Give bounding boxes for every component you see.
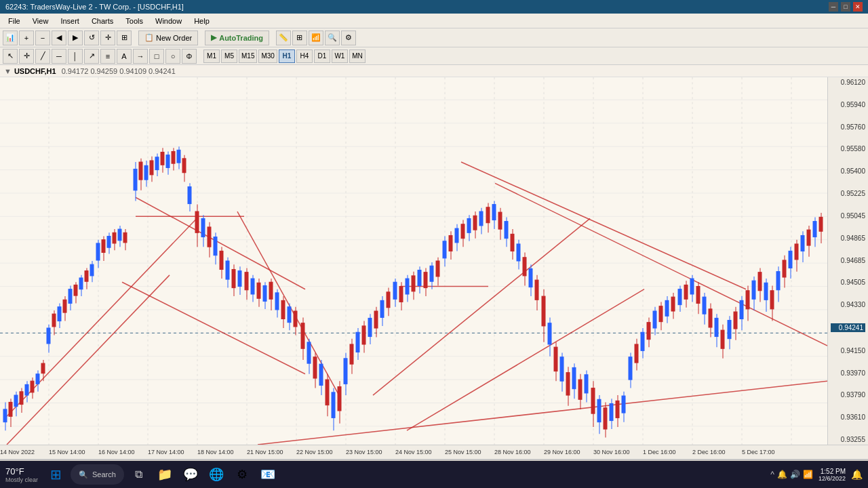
taskview-button[interactable]: ⧉ <box>128 464 150 485</box>
zoom-in-button[interactable]: + <box>19 30 34 45</box>
chrome-button[interactable]: ⚙ <box>231 464 253 485</box>
svg-rect-163 <box>350 344 353 364</box>
grid-button[interactable]: ⊞ <box>292 30 307 45</box>
menu-help[interactable]: Help <box>189 16 215 26</box>
ray-tool[interactable]: ↗ <box>84 49 99 64</box>
volumes-button[interactable]: 📶 <box>309 30 323 45</box>
outlook-icon: 📧 <box>260 467 275 482</box>
time-23nov: 23 Nov 15:00 <box>346 449 382 455</box>
scroll-left-button[interactable]: ◀ <box>52 30 66 45</box>
svg-rect-175 <box>387 292 390 308</box>
new-chart-button[interactable]: 📊 <box>3 30 18 45</box>
tf-h4[interactable]: H4 <box>296 49 313 63</box>
zoom-button[interactable]: 🔍 <box>325 30 340 45</box>
menu-view[interactable]: View <box>27 16 54 26</box>
time-29nov: 29 Nov 16:00 <box>544 449 580 455</box>
svg-rect-291 <box>746 291 749 309</box>
svg-rect-101 <box>161 152 164 165</box>
restore-button[interactable]: □ <box>841 2 850 12</box>
svg-line-35 <box>136 197 305 289</box>
rectangle-tool[interactable]: □ <box>149 49 164 64</box>
svg-rect-223 <box>535 280 538 300</box>
hline-tool[interactable]: ─ <box>52 49 66 64</box>
taskbar-search-box[interactable]: 🔍 Search <box>71 464 124 485</box>
menu-file[interactable]: File <box>3 16 26 26</box>
autotrading-button[interactable]: ▶ AutoTrading <box>205 30 269 45</box>
svg-rect-133 <box>257 283 260 298</box>
svg-rect-59 <box>41 363 45 373</box>
vline-tool[interactable]: │ <box>68 49 83 64</box>
svg-rect-255 <box>635 344 638 363</box>
new-order-button[interactable]: 📋 New Order <box>138 30 198 45</box>
svg-line-36 <box>237 211 339 395</box>
svg-rect-235 <box>572 367 576 388</box>
outlook-button[interactable]: 📧 <box>257 464 279 485</box>
svg-rect-293 <box>752 281 755 299</box>
svg-rect-297 <box>764 283 768 300</box>
svg-rect-67 <box>63 300 66 312</box>
tf-m5[interactable]: M5 <box>221 49 237 63</box>
chart-area[interactable]: 0.96120 0.95940 0.95760 0.95580 0.95400 … <box>0 77 868 445</box>
time-17nov: 17 Nov 14:00 <box>148 449 184 455</box>
price-axis: 0.96120 0.95940 0.95760 0.95580 0.95400 … <box>827 77 868 445</box>
properties-button[interactable]: ⚙ <box>341 30 356 45</box>
svg-rect-173 <box>380 300 384 317</box>
svg-rect-231 <box>560 357 564 381</box>
scroll-right-button[interactable]: ▶ <box>68 30 83 45</box>
ellipse-tool[interactable]: ○ <box>165 49 180 64</box>
menu-bar: File View Insert Charts Tools Window Hel… <box>0 14 868 28</box>
period-sep-button[interactable]: ⊞ <box>117 30 132 45</box>
crosshair-tool[interactable]: ✛ <box>19 49 34 64</box>
svg-rect-53 <box>25 384 28 395</box>
svg-rect-77 <box>90 264 94 276</box>
time-16nov: 16 Nov 14:00 <box>98 449 135 455</box>
fib-tool[interactable]: Φ <box>182 49 197 64</box>
price-94685: 0.94685 <box>831 257 865 264</box>
edge-button[interactable]: 🌐 <box>205 464 227 485</box>
tf-m1[interactable]: M1 <box>203 49 220 63</box>
svg-rect-97 <box>150 161 153 175</box>
tf-m30[interactable]: M30 <box>258 49 277 63</box>
svg-rect-161 <box>344 359 347 384</box>
channel-tool[interactable]: ≡ <box>100 49 115 64</box>
chart-svg <box>0 77 827 445</box>
file-explorer-button[interactable]: 📁 <box>154 464 176 485</box>
crosshair-button[interactable]: ✛ <box>100 30 115 45</box>
menu-insert[interactable]: Insert <box>55 16 85 26</box>
svg-rect-167 <box>362 326 366 344</box>
svg-rect-211 <box>498 212 502 229</box>
tf-w1[interactable]: W1 <box>332 49 348 63</box>
close-button[interactable]: ✕ <box>853 2 863 12</box>
svg-rect-303 <box>783 260 786 277</box>
svg-rect-227 <box>548 323 551 344</box>
windows-start-button[interactable]: ⊞ <box>45 464 66 485</box>
svg-rect-131 <box>251 279 254 294</box>
svg-rect-279 <box>709 309 712 327</box>
time-22nov: 22 Nov 15:00 <box>296 449 333 455</box>
svg-rect-313 <box>813 222 816 237</box>
svg-rect-275 <box>696 287 700 304</box>
menu-tools[interactable]: Tools <box>120 16 149 26</box>
svg-rect-197 <box>455 228 458 243</box>
price-95225: 0.95225 <box>831 190 865 197</box>
tf-m15[interactable]: M15 <box>239 49 257 63</box>
zoom-out-button[interactable]: − <box>35 30 50 45</box>
tf-d1[interactable]: D1 <box>314 49 330 63</box>
minimize-button[interactable]: ─ <box>829 2 838 12</box>
refresh-button[interactable]: ↺ <box>84 30 99 45</box>
arrow-tool[interactable]: → <box>133 49 148 64</box>
svg-rect-137 <box>269 282 273 299</box>
line-tool[interactable]: ╱ <box>35 49 50 64</box>
search-icon: 🔍 <box>79 470 88 479</box>
menu-window[interactable]: Window <box>150 16 187 26</box>
svg-rect-257 <box>641 332 644 350</box>
tf-mn[interactable]: MN <box>349 49 366 63</box>
text-tool[interactable]: A <box>117 49 132 64</box>
teams-button[interactable]: 💬 <box>180 464 201 485</box>
svg-rect-81 <box>102 240 105 253</box>
search-label: Search <box>92 470 116 479</box>
tf-h1[interactable]: H1 <box>279 49 295 63</box>
trade-levels-button[interactable]: 📏 <box>276 30 291 45</box>
menu-charts[interactable]: Charts <box>86 16 119 26</box>
cursor-tool[interactable]: ↖ <box>3 49 18 64</box>
